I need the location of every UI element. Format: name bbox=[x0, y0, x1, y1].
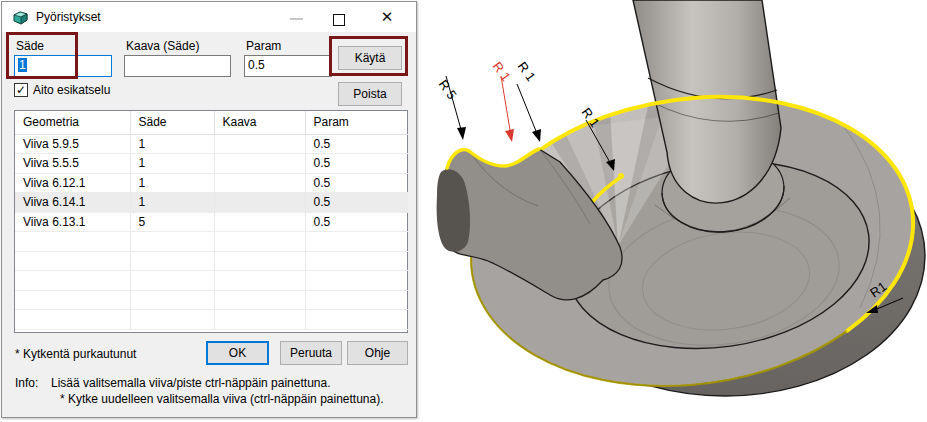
cell-geometry: Viiva 6.12.1 bbox=[15, 173, 130, 193]
col-geometry[interactable]: Geometria bbox=[15, 111, 130, 134]
fillets-dialog: Pyöristykset ✕ Säde Kaava (Säde) Param 1… bbox=[1, 1, 417, 418]
fillet-app-icon bbox=[12, 9, 29, 26]
cell-param: 0.5 bbox=[305, 193, 408, 213]
fillet-table: Geometria Säde Kaava Param Viiva 5.9.5 1… bbox=[15, 111, 408, 330]
cell-formula bbox=[214, 173, 305, 193]
dimension-r1-black[interactable]: R 1 bbox=[515, 59, 541, 142]
cell-formula bbox=[214, 193, 305, 213]
col-formula[interactable]: Kaava bbox=[214, 111, 305, 134]
true-preview-label: Aito esikatselu bbox=[33, 83, 110, 97]
screenshot-root: Pyöristykset ✕ Säde Kaava (Säde) Param 1… bbox=[0, 0, 927, 422]
cell-param: 0.5 bbox=[305, 134, 408, 154]
ok-button[interactable]: OK bbox=[206, 341, 269, 365]
param-label: Param bbox=[246, 39, 281, 53]
dim-label-r1-active: R 1 bbox=[490, 59, 514, 84]
cell-param: 0.5 bbox=[305, 154, 408, 174]
cad-model-svg: R 5 R 1 R 1 R 1 R1 bbox=[420, 0, 927, 422]
table-row-empty[interactable] bbox=[15, 251, 408, 271]
true-preview-checkbox[interactable]: ✓ bbox=[14, 83, 28, 97]
formula-label: Kaava (Säde) bbox=[126, 39, 199, 53]
param-input-value: 0.5 bbox=[248, 58, 265, 72]
cell-geometry: Viiva 6.14.1 bbox=[15, 193, 130, 213]
table-row-empty[interactable] bbox=[15, 271, 408, 291]
table-row[interactable]: Viiva 6.12.1 1 0.5 bbox=[15, 173, 408, 193]
cell-formula bbox=[214, 134, 305, 154]
cell-param: 0.5 bbox=[305, 212, 408, 232]
cell-radius: 5 bbox=[130, 212, 214, 232]
help-button[interactable]: Ohje bbox=[347, 341, 408, 365]
dialog-title: Pyöristykset bbox=[36, 10, 101, 24]
cell-radius: 1 bbox=[130, 134, 214, 154]
maximize-button[interactable] bbox=[333, 14, 345, 26]
cell-geometry: Viiva 5.9.5 bbox=[15, 134, 130, 154]
cell-radius: 1 bbox=[130, 173, 214, 193]
table-row[interactable]: Viiva 6.13.1 5 0.5 bbox=[15, 212, 408, 232]
minimize-button[interactable] bbox=[290, 18, 303, 20]
table-header-row: Geometria Säde Kaava Param bbox=[15, 111, 408, 134]
dim-label-r5: R 5 bbox=[436, 77, 460, 102]
param-input[interactable]: 0.5 bbox=[244, 55, 332, 77]
cell-geometry: Viiva 5.5.5 bbox=[15, 154, 130, 174]
radius-input-value: 1 bbox=[18, 58, 27, 72]
info-label: Info: bbox=[15, 376, 38, 390]
col-param[interactable]: Param bbox=[305, 111, 408, 134]
cell-geometry: Viiva 6.13.1 bbox=[15, 212, 130, 232]
table-row[interactable]: Viiva 5.5.5 1 0.5 bbox=[15, 154, 408, 174]
radius-label: Säde bbox=[16, 39, 44, 53]
dim-label-r1-black: R 1 bbox=[515, 59, 539, 84]
cell-radius: 1 bbox=[130, 154, 214, 174]
cell-formula bbox=[214, 154, 305, 174]
table-row-empty[interactable] bbox=[15, 290, 408, 310]
formula-input[interactable] bbox=[124, 55, 231, 77]
connection-note: * Kytkentä purkautunut bbox=[15, 347, 136, 361]
bowl-highlight-dot bbox=[618, 173, 624, 179]
table-row-selected[interactable]: Viiva 6.14.1 1 0.5 bbox=[15, 193, 408, 213]
close-button[interactable]: ✕ bbox=[378, 8, 396, 26]
col-radius[interactable]: Säde bbox=[130, 111, 214, 134]
table-row-empty[interactable] bbox=[15, 310, 408, 330]
info-line-1: Lisää valitsemalla viiva/piste ctrl-näpp… bbox=[51, 376, 331, 390]
dimension-r5[interactable]: R 5 bbox=[436, 76, 466, 140]
dialog-titlebar[interactable]: Pyöristykset ✕ bbox=[2, 2, 416, 32]
table-row-empty[interactable] bbox=[15, 232, 408, 252]
radius-input[interactable]: 1 bbox=[14, 55, 112, 77]
info-line-2: * Kytke uudelleen valitsemalla viiva (ct… bbox=[60, 392, 384, 406]
cell-radius: 1 bbox=[130, 193, 214, 213]
dimension-r1-active[interactable]: R 1 bbox=[490, 59, 514, 142]
remove-button[interactable]: Poista bbox=[338, 82, 402, 106]
cell-formula bbox=[214, 212, 305, 232]
table-row[interactable]: Viiva 5.9.5 1 0.5 bbox=[15, 134, 408, 154]
cad-3d-viewport[interactable]: R 5 R 1 R 1 R 1 R1 bbox=[420, 0, 927, 422]
fillet-list: Geometria Säde Kaava Param Viiva 5.9.5 1… bbox=[14, 110, 408, 333]
apply-button[interactable]: Käytä bbox=[338, 46, 402, 70]
cancel-button[interactable]: Peruuta bbox=[280, 341, 342, 365]
cell-param: 0.5 bbox=[305, 173, 408, 193]
